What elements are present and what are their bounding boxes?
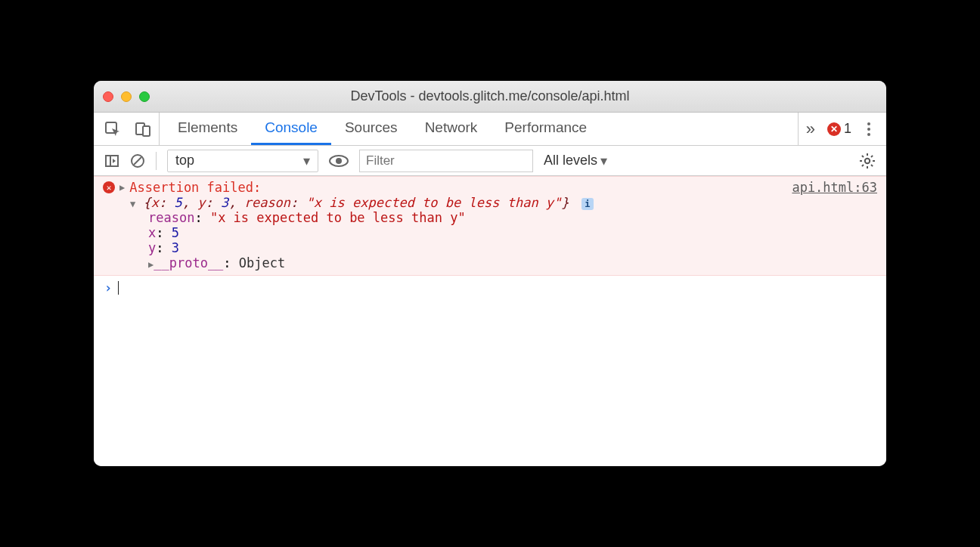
tab-elements[interactable]: Elements xyxy=(164,113,251,145)
key-reason: reason xyxy=(244,195,290,210)
main-tabs: Elements Console Sources Network Perform… xyxy=(94,113,886,146)
svg-rect-3 xyxy=(106,156,118,166)
svg-line-16 xyxy=(862,165,864,166)
tab-icons xyxy=(104,113,160,145)
console-output: ✕ ▶ Assertion failed: api.html:63 ▼ {x: … xyxy=(94,176,886,466)
console-toolbar: top ▾ All levels ▾ xyxy=(94,146,886,176)
assertion-label: Assertion failed: xyxy=(129,180,261,195)
svg-point-8 xyxy=(336,158,342,164)
prop-row-y[interactable]: y: 3 xyxy=(148,240,877,255)
titlebar: DevTools - devtools.glitch.me/console/ap… xyxy=(94,81,886,113)
log-levels-selector[interactable]: All levels ▾ xyxy=(544,153,607,169)
window-title: DevTools - devtools.glitch.me/console/ap… xyxy=(94,88,886,104)
collapse-arrow-icon[interactable]: ▼ xyxy=(130,199,135,209)
object-summary[interactable]: ▼ {x: 5, y: 3, reason: "x is expected to… xyxy=(103,195,877,210)
object-expanded: reason: "x is expected to be less than y… xyxy=(103,210,877,270)
error-icon: ✕ xyxy=(827,122,841,136)
val-reason: "x is expected to be less than y" xyxy=(306,195,562,210)
zoom-window-button[interactable] xyxy=(139,91,150,102)
brace-close: } xyxy=(561,195,569,210)
text-cursor xyxy=(118,281,119,295)
log-levels-label: All levels xyxy=(544,153,597,168)
minimize-window-button[interactable] xyxy=(121,91,132,102)
val-x: 5 xyxy=(174,195,181,210)
console-prompt[interactable]: › xyxy=(94,276,886,300)
chevron-down-icon: ▾ xyxy=(303,153,310,169)
tab-list: Elements Console Sources Network Perform… xyxy=(164,113,600,145)
tab-network[interactable]: Network xyxy=(411,113,492,145)
filter-input[interactable] xyxy=(359,150,533,172)
error-count: 1 xyxy=(844,121,851,137)
svg-point-9 xyxy=(865,158,870,162)
more-tabs-icon[interactable]: » xyxy=(806,119,817,139)
error-header-row[interactable]: ✕ ▶ Assertion failed: api.html:63 xyxy=(103,180,877,195)
error-badge-icon: ✕ xyxy=(103,181,115,193)
context-selector[interactable]: top ▾ xyxy=(167,150,318,172)
val-y: 3 xyxy=(221,195,228,210)
prop-row-reason[interactable]: reason: "x is expected to be less than y… xyxy=(148,210,877,225)
device-toggle-icon[interactable] xyxy=(135,121,151,138)
devtools-window: DevTools - devtools.glitch.me/console/ap… xyxy=(94,81,886,466)
inspect-icon[interactable] xyxy=(104,121,121,138)
key-x: x xyxy=(151,195,159,210)
svg-line-14 xyxy=(862,155,864,156)
toggle-drawer-icon[interactable] xyxy=(104,153,119,168)
svg-rect-2 xyxy=(143,126,150,136)
svg-line-17 xyxy=(871,155,873,156)
svg-line-6 xyxy=(134,157,141,165)
window-controls xyxy=(103,91,150,102)
prop-row-proto[interactable]: ▶ __proto__: Object xyxy=(148,255,877,270)
expand-arrow-icon[interactable]: ▶ xyxy=(119,182,125,193)
chevron-down-icon: ▾ xyxy=(600,153,607,169)
console-settings-icon[interactable] xyxy=(859,153,876,169)
divider xyxy=(156,152,157,170)
error-count-badge[interactable]: ✕ 1 xyxy=(827,121,851,137)
live-expression-icon[interactable] xyxy=(329,154,349,168)
settings-kebab-icon[interactable] xyxy=(862,122,876,136)
source-link[interactable]: api.html:63 xyxy=(792,180,877,195)
tab-performance[interactable]: Performance xyxy=(491,113,600,145)
tab-sources[interactable]: Sources xyxy=(331,113,411,145)
key-y: y xyxy=(197,195,205,210)
prop-row-x[interactable]: x: 5 xyxy=(148,225,877,240)
svg-line-15 xyxy=(871,165,873,166)
clear-console-icon[interactable] xyxy=(130,153,145,168)
brace-open: { xyxy=(143,195,150,210)
console-error-entry: ✕ ▶ Assertion failed: api.html:63 ▼ {x: … xyxy=(94,176,886,276)
prompt-chevron-icon: › xyxy=(104,280,112,295)
context-value: top xyxy=(175,153,194,168)
tab-console[interactable]: Console xyxy=(251,113,331,145)
close-window-button[interactable] xyxy=(103,91,113,102)
info-icon[interactable]: i xyxy=(581,198,594,210)
